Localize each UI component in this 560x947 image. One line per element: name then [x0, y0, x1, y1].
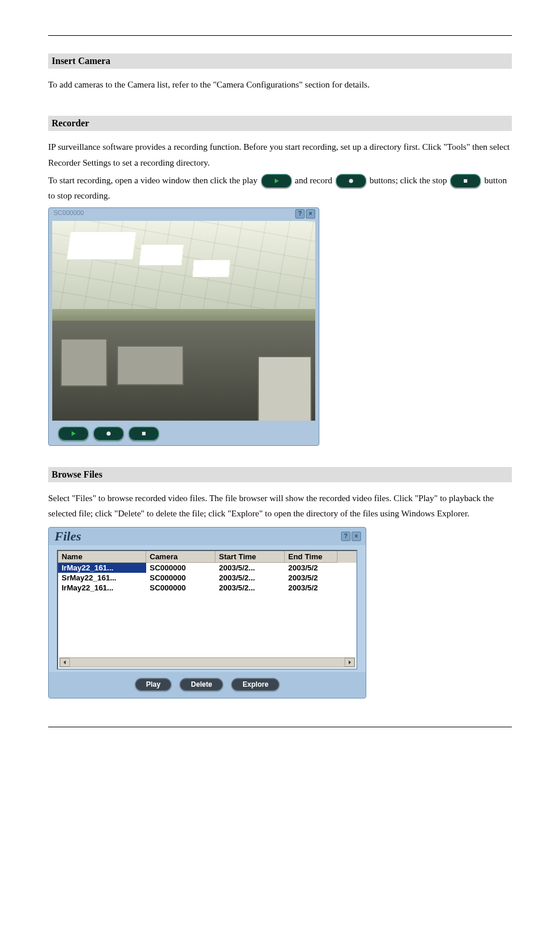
explore-button[interactable]: Explore: [231, 678, 279, 691]
text-bf-f: "Delete": [114, 509, 144, 518]
para-insert-camera: To add cameras to the Camera list, refer…: [48, 77, 512, 92]
svg-rect-2: [464, 179, 467, 183]
svg-marker-6: [63, 660, 66, 664]
text-bf-d: "Play": [415, 493, 438, 503]
text-ic-after: " section for details.: [299, 80, 369, 89]
top-rule: [48, 35, 512, 36]
cubicle-2: [117, 345, 184, 385]
para-recorder: IP surveillance software provides a reco…: [48, 139, 512, 203]
player-video-area: [52, 221, 315, 421]
col-end[interactable]: End Time: [285, 551, 338, 563]
player-record-button[interactable]: [93, 427, 124, 441]
svg-marker-7: [349, 660, 351, 664]
col-name[interactable]: Name: [58, 551, 146, 563]
text-bf-b: "Files": [72, 493, 96, 503]
light-panel-2: [139, 244, 184, 266]
svg-rect-5: [142, 432, 146, 435]
table-row[interactable]: IrMay22_161... SC000000 2003/5/2... 2003…: [58, 563, 356, 573]
play-icon: [70, 430, 77, 437]
cell-name: SrMay22_161...: [58, 573, 146, 583]
cell-name: IrMay22_161...: [58, 563, 146, 573]
files-close-button[interactable]: ×: [352, 532, 361, 541]
cell-end: 2003/5/2: [285, 563, 338, 573]
chevron-right-icon: [348, 660, 352, 664]
text-rec-2b: and record: [295, 176, 334, 185]
light-panel-3: [193, 260, 230, 277]
heading-insert-camera: Insert Camera: [48, 53, 512, 69]
col-camera[interactable]: Camera: [146, 551, 215, 563]
heading-recorder: Recorder: [48, 116, 512, 131]
text-ic-before: To add cameras to the Camera list, refer…: [48, 80, 217, 89]
table-row[interactable]: IrMay22_161... SC000000 2003/5/2... 2003…: [58, 583, 356, 593]
cell-camera: SC000000: [146, 583, 215, 593]
light-panel-1: [67, 231, 137, 260]
files-title: Files: [55, 529, 81, 544]
player-help-button[interactable]: ?: [295, 209, 305, 219]
cell-end: 2003/5/2: [285, 573, 338, 583]
cell-start: 2003/5/2...: [215, 573, 285, 583]
record-icon: [105, 430, 112, 437]
player-titlebar: SC000000 ? ×: [49, 208, 319, 220]
files-table-header: Name Camera Start Time End Time: [58, 551, 356, 563]
text-rec-2a: To start recording, open a video window …: [48, 176, 260, 185]
col-start[interactable]: Start Time: [215, 551, 285, 563]
text-rec-1b: "Tools": [443, 142, 470, 152]
player-title: SC000000: [53, 209, 84, 216]
horizontal-scrollbar[interactable]: [59, 657, 355, 667]
chevron-left-icon: [63, 660, 67, 664]
para-browse: Select "Files" to browse recorded video …: [48, 491, 512, 522]
scroll-left-button[interactable]: [60, 658, 70, 667]
player-controls: [49, 424, 319, 445]
stop-button-inline[interactable]: [450, 174, 481, 188]
record-icon: [348, 177, 355, 184]
files-dialog: Files ? × Name Camera Start Time End Tim…: [48, 527, 366, 699]
files-titlebar: Files ? ×: [49, 528, 366, 545]
delete-file-button[interactable]: Delete: [180, 678, 223, 691]
text-bf-h: "Explore": [228, 509, 263, 518]
files-table: Name Camera Start Time End Time IrMay22_…: [57, 550, 357, 670]
link-camera-config: Camera Configurations: [217, 80, 299, 89]
play-icon: [273, 177, 280, 184]
cell-name: IrMay22_161...: [58, 583, 146, 593]
svg-marker-3: [72, 431, 76, 436]
svg-marker-0: [275, 179, 279, 183]
cell-camera: SC000000: [146, 573, 215, 583]
heading-browse-files: Browse Files: [48, 467, 512, 482]
svg-point-1: [349, 179, 353, 183]
text-bf-c: to browse recorded video files. The file…: [99, 493, 415, 503]
text-bf-i: to open the directory of the files using…: [265, 509, 469, 518]
cell-camera: SC000000: [146, 563, 215, 573]
text-rec-2c: buttons; click the stop: [369, 176, 449, 185]
video-player-window: SC000000 ? ×: [48, 207, 319, 446]
scroll-right-button[interactable]: [345, 658, 355, 667]
text-rec-1a: IP surveillance software provides a reco…: [48, 142, 443, 152]
cell-start: 2003/5/2...: [215, 563, 285, 573]
stop-icon: [462, 177, 469, 184]
player-play-button[interactable]: [58, 427, 89, 441]
text-bf-a: Select: [48, 493, 72, 503]
files-help-button[interactable]: ?: [341, 532, 350, 541]
cell-start: 2003/5/2...: [215, 583, 285, 593]
play-file-button[interactable]: Play: [135, 678, 172, 691]
record-button-inline[interactable]: [336, 174, 366, 188]
table-row[interactable]: SrMay22_161... SC000000 2003/5/2... 2003…: [58, 573, 356, 583]
cell-end: 2003/5/2: [285, 583, 338, 593]
cubicle-3: [258, 356, 312, 421]
svg-point-4: [107, 431, 111, 435]
files-body: Name Camera Start Time End Time IrMay22_…: [49, 545, 366, 672]
stop-icon: [140, 430, 147, 437]
bottom-rule: [48, 727, 512, 727]
text-bf-g: to delete the file; click: [147, 509, 228, 518]
player-close-button[interactable]: ×: [306, 209, 315, 219]
files-button-row: Play Delete Explore: [49, 672, 366, 698]
cubicle-1: [60, 338, 107, 387]
play-button-inline[interactable]: [261, 174, 292, 188]
player-stop-button[interactable]: [129, 427, 159, 441]
